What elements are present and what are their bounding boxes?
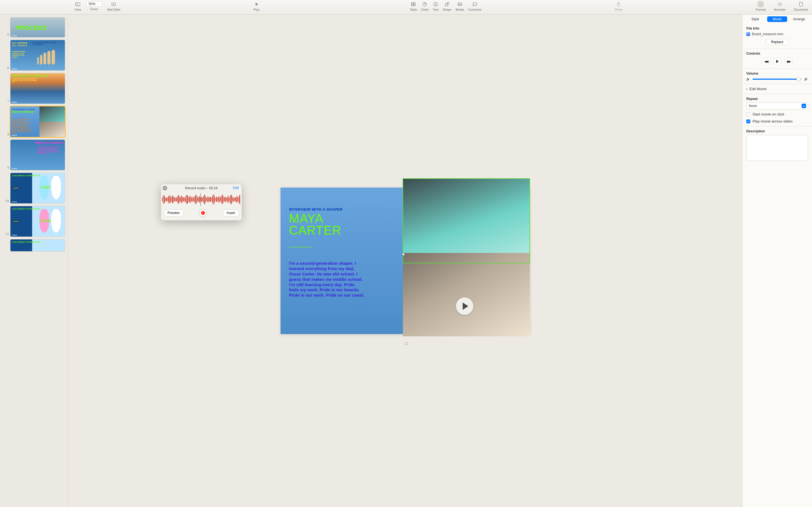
document-button[interactable]: Document bbox=[794, 1, 808, 11]
forward-icon: ▶▶ bbox=[787, 60, 790, 63]
file-info-section: File Info Board_measure.mov Replace bbox=[742, 24, 812, 49]
slide-body-text[interactable]: I’m a second-generation shaper. I learne… bbox=[289, 261, 365, 298]
record-popover-header: ✕ Record Audio – 00:18 Edit bbox=[161, 184, 242, 192]
tab-arrange[interactable]: Arrange bbox=[789, 16, 809, 22]
volume-low-icon: 🔈 bbox=[746, 77, 750, 81]
slide-kicker: INTERVIEW WITH A SHAPER bbox=[289, 207, 362, 212]
controls-section: Controls ◀◀ ▶▶ bbox=[742, 49, 812, 69]
animate-icon bbox=[777, 1, 783, 7]
record-audio-popover[interactable]: ✕ Record Audio – 00:18 Edit Preview Inse… bbox=[161, 184, 242, 221]
tab-style[interactable]: Style bbox=[745, 16, 765, 22]
slide-thumb-selected[interactable]: 8 INTERVIEW WITH A SHAPER MAYA CARTER I'… bbox=[2, 106, 65, 137]
comment-button[interactable]: Comment bbox=[468, 1, 481, 11]
selection-handle[interactable] bbox=[402, 253, 405, 256]
zoom-button[interactable]: 50% ⌄ Zoom bbox=[86, 1, 102, 11]
description-heading: Description bbox=[746, 129, 808, 133]
rewind-button[interactable]: ◀◀ bbox=[762, 57, 770, 66]
movie-play-overlay-button[interactable] bbox=[456, 297, 473, 315]
record-preview-button[interactable]: Preview bbox=[164, 210, 183, 216]
animate-button[interactable]: Animate bbox=[774, 1, 785, 11]
file-name: Board_measure.mov bbox=[752, 32, 783, 36]
tab-movie[interactable]: Movie bbox=[767, 16, 788, 22]
sidebar-layout-icon bbox=[75, 1, 81, 7]
replace-button[interactable]: Replace bbox=[766, 39, 788, 45]
description-section: Description bbox=[742, 126, 812, 164]
svg-text:A: A bbox=[435, 3, 437, 6]
volume-heading: Volume bbox=[746, 71, 808, 75]
volume-knob[interactable] bbox=[797, 77, 801, 81]
slide-thumb[interactable]: 6 ALL BODIES, ALL LEVELS SURFBOARDS COME… bbox=[2, 40, 65, 71]
record-edit-link[interactable]: Edit bbox=[233, 186, 239, 190]
zoom-label: Zoom bbox=[90, 7, 98, 11]
record-waveform[interactable] bbox=[161, 193, 242, 206]
shape-icon bbox=[444, 1, 450, 7]
inspector-tabs: Style Movie Arrange bbox=[742, 15, 812, 24]
repeat-section: Repeat None ▴▾ Start movie on click Play… bbox=[742, 94, 812, 126]
start-on-click-label: Start movie on click bbox=[753, 112, 784, 116]
playback-controls: ◀◀ ▶▶ bbox=[746, 57, 808, 66]
view-button[interactable]: View bbox=[74, 1, 81, 11]
record-button[interactable] bbox=[199, 209, 207, 217]
slide-thumb[interactable]: 5 PROCESS bbox=[2, 17, 65, 38]
comment-icon bbox=[472, 1, 478, 7]
file-name-row: Board_measure.mov bbox=[746, 32, 808, 36]
play-control-button[interactable] bbox=[773, 57, 781, 66]
controls-heading: Controls bbox=[746, 52, 808, 55]
play-label: Play bbox=[253, 8, 259, 11]
format-button[interactable]: Format bbox=[756, 1, 766, 11]
slide-thumb[interactable]: 10 CUSTOMIZE YOUR BOARD SHAPE FAST bbox=[2, 173, 65, 204]
slide-thumb[interactable]: 9 TIMELESS SHAPES OUR BOARDS AREN'T JUST… bbox=[2, 139, 65, 170]
plus-icon bbox=[110, 1, 117, 7]
record-insert-button[interactable]: Insert bbox=[223, 210, 239, 216]
media-button[interactable]: Media bbox=[456, 1, 464, 11]
file-info-heading: File Info bbox=[746, 26, 808, 31]
svg-rect-18 bbox=[799, 2, 803, 6]
slide-thumb[interactable]: 7 WELCOME TO OUR LAB EVERY BOARD REFINEM… bbox=[2, 73, 65, 104]
forward-button[interactable]: ▶▶ bbox=[784, 57, 793, 66]
record-playhead[interactable] bbox=[200, 193, 201, 206]
rewind-icon: ◀◀ bbox=[764, 60, 768, 63]
slide-thumb[interactable]: 11 CUSTOMIZE YOUR BOARD SHAPE FLOW bbox=[2, 206, 65, 237]
movie-top[interactable] bbox=[403, 179, 530, 263]
slide-thumb[interactable]: CUSTOMIZE YOUR BOARD bbox=[2, 239, 65, 251]
shape-button[interactable]: Shape bbox=[443, 1, 452, 11]
close-icon[interactable]: ✕ bbox=[163, 186, 167, 190]
volume-slider[interactable] bbox=[753, 78, 802, 80]
checkbox-unchecked-icon bbox=[746, 112, 750, 116]
share-button[interactable]: Share bbox=[614, 1, 622, 11]
add-slide-button[interactable]: Add Slide bbox=[107, 1, 120, 11]
play-across-label: Play movie across slides bbox=[753, 119, 793, 123]
chevron-down-icon: ⌄ bbox=[97, 3, 100, 5]
selection-handle[interactable] bbox=[405, 342, 407, 345]
record-controls: Preview Insert bbox=[161, 207, 242, 220]
svg-marker-5 bbox=[255, 3, 258, 6]
chart-icon bbox=[421, 1, 428, 7]
text-button[interactable]: A Text bbox=[433, 1, 439, 11]
edit-movie-disclosure[interactable]: ▸ Edit Movie bbox=[746, 87, 808, 91]
description-textarea[interactable] bbox=[746, 135, 808, 161]
quicktime-icon bbox=[746, 32, 750, 36]
chart-button[interactable]: Chart bbox=[421, 1, 428, 11]
slide-text-block[interactable]: INTERVIEW WITH A SHAPER MAYA CARTER 〰〰〰〰… bbox=[289, 207, 362, 251]
volume-fill bbox=[753, 78, 799, 80]
text-icon: A bbox=[433, 1, 439, 7]
share-icon bbox=[615, 1, 622, 7]
play-across-slides-checkbox[interactable]: Play movie across slides bbox=[746, 119, 808, 123]
insert-group: Table Chart A Text Shape Media Comment bbox=[410, 1, 481, 11]
start-on-click-checkbox[interactable]: Start movie on click bbox=[746, 112, 808, 116]
repeat-select[interactable]: None ▴▾ bbox=[746, 103, 808, 109]
zoom-value: 50% bbox=[89, 2, 96, 6]
record-title: Record Audio – 00:18 bbox=[185, 186, 217, 190]
media-icon bbox=[457, 1, 463, 7]
zoom-pill[interactable]: 50% ⌄ bbox=[86, 1, 102, 7]
table-button[interactable]: Table bbox=[410, 1, 417, 11]
app-toolbar: View 50% ⌄ Zoom Add Slide Play Table Cha… bbox=[0, 0, 812, 15]
slide-canvas[interactable]: INTERVIEW WITH A SHAPER MAYA CARTER 〰〰〰〰… bbox=[68, 15, 742, 507]
repeat-heading: Repeat bbox=[746, 97, 808, 101]
movie-bottom[interactable] bbox=[403, 253, 530, 336]
slide-navigator[interactable]: 5 PROCESS 6 ALL BODIES, ALL LEVELS SURFB… bbox=[0, 15, 68, 507]
play-button[interactable]: Play bbox=[253, 1, 260, 11]
repeat-value: None bbox=[749, 104, 757, 108]
slide[interactable]: INTERVIEW WITH A SHAPER MAYA CARTER 〰〰〰〰… bbox=[281, 187, 530, 334]
volume-slider-row: 🔈 🔊 bbox=[746, 77, 808, 81]
